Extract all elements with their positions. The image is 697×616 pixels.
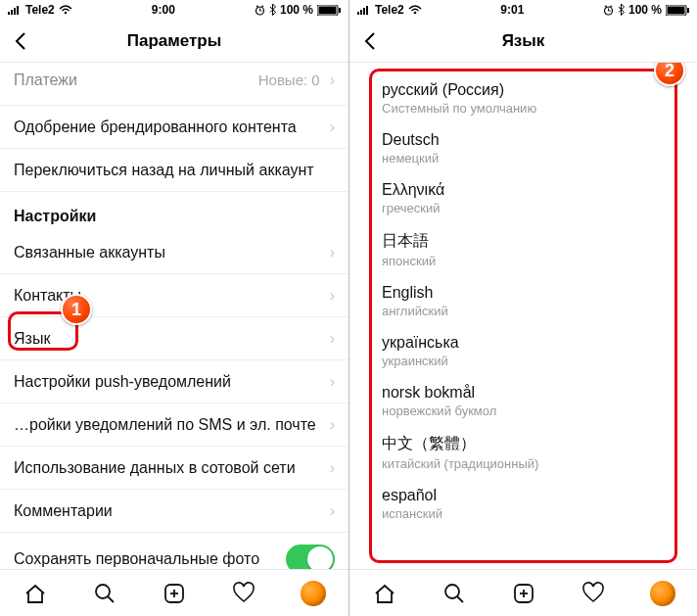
section-header: Настройки [0, 192, 348, 231]
tab-activity[interactable] [580, 580, 607, 607]
svg-rect-3 [17, 6, 19, 15]
tab-activity[interactable] [230, 580, 257, 607]
svg-rect-21 [366, 6, 368, 15]
lang-name: українська [382, 334, 665, 352]
svg-rect-20 [363, 8, 365, 15]
lang-sub: немецкий [382, 151, 665, 166]
row-sub: Новые: 0 [258, 71, 320, 88]
back-button[interactable] [6, 26, 35, 56]
status-bar: Tele2 9:00 100 % [0, 0, 348, 20]
svg-rect-19 [360, 10, 362, 15]
svg-rect-2 [14, 8, 16, 15]
row-label: Настройки push-уведомлений [14, 373, 326, 391]
settings-content: Платежи Новые: 0 › Одобрение брендирован… [0, 63, 348, 569]
tabbar [0, 569, 348, 616]
lang-sub: украинский [382, 354, 665, 368]
row-contacts[interactable]: Контакты › [0, 274, 348, 317]
chevron-right-icon: › [330, 71, 335, 89]
tabbar [349, 569, 697, 616]
svg-line-9 [261, 5, 263, 6]
chevron-right-icon: › [330, 502, 335, 520]
toggle-save-original[interactable] [286, 545, 335, 569]
language-option[interactable]: українськаукраинский [380, 328, 667, 378]
language-option[interactable]: norsk bokmålнорвежский букмол [380, 378, 667, 428]
svg-line-14 [108, 596, 114, 602]
alarm-icon [603, 5, 614, 16]
language-option[interactable]: Ελληνικάгреческий [380, 175, 667, 225]
chevron-right-icon: › [330, 118, 335, 136]
row-label: Связанные аккаунты [14, 244, 326, 261]
row-language[interactable]: Язык › [0, 317, 348, 360]
lang-name: русский (Россия) [382, 81, 665, 99]
svg-point-31 [445, 585, 459, 598]
svg-line-26 [605, 5, 607, 6]
back-button[interactable] [355, 26, 385, 56]
svg-rect-30 [687, 8, 689, 13]
lang-sub: испанский [382, 506, 665, 521]
row-cellular-data[interactable]: Использование данных в сотовой сети › [0, 447, 348, 490]
tab-search[interactable] [441, 580, 468, 607]
language-option[interactable]: 中文（繁體）китайский (традиционный) [380, 428, 667, 481]
lang-name: 日本語 [382, 231, 665, 252]
phone-right: Tele2 9:01 100 % Язык русский (Россия)Си… [348, 0, 697, 616]
row-switch-personal[interactable]: Переключиться назад на личный аккаунт [0, 149, 348, 192]
chevron-right-icon: › [330, 244, 335, 261]
battery-icon [317, 5, 341, 16]
lang-sub: греческий [382, 201, 665, 215]
svg-line-27 [610, 5, 612, 6]
tab-add[interactable] [510, 580, 537, 607]
tab-home[interactable] [22, 580, 49, 607]
wifi-icon [408, 5, 422, 15]
svg-point-4 [64, 12, 67, 15]
row-sms-email-notifications[interactable]: …ройки уведомлений по SMS и эл. почте › [0, 403, 348, 447]
tab-add[interactable] [161, 580, 188, 607]
row-payments[interactable]: Платежи Новые: 0 › [0, 63, 348, 106]
carrier-label: Tele2 [375, 3, 404, 17]
svg-line-8 [256, 5, 258, 6]
row-label: Язык [14, 330, 326, 348]
row-label: Сохранять первоначальные фото [14, 550, 286, 568]
bluetooth-icon [269, 4, 276, 16]
lang-sub: японский [382, 254, 665, 268]
battery-percent: 100 % [280, 3, 313, 17]
row-label: Контакты [14, 287, 326, 305]
lang-sub: Системный по умолчанию [382, 101, 665, 116]
language-option[interactable]: русский (Россия)Системный по умолчанию [380, 75, 667, 125]
battery-icon [666, 5, 689, 16]
chevron-right-icon: › [330, 287, 335, 305]
row-branded-content[interactable]: Одобрение брендированного контента › [0, 106, 348, 149]
svg-line-32 [457, 596, 463, 602]
language-option[interactable]: 日本語японский [380, 225, 667, 278]
svg-rect-11 [318, 6, 336, 14]
language-list: русский (Россия)Системный по умолчанию D… [369, 69, 677, 563]
language-option[interactable]: Englishанглийский [380, 278, 667, 328]
language-option[interactable]: españolиспанский [380, 481, 667, 531]
row-comments[interactable]: Комментарии › [0, 490, 348, 533]
phone-left: Tele2 9:00 100 % Параметры Платежи Новые… [0, 0, 348, 616]
tab-home[interactable] [371, 580, 398, 607]
lang-name: English [382, 284, 665, 302]
svg-point-13 [96, 585, 110, 598]
signal-icon [357, 5, 371, 15]
chevron-right-icon: › [330, 416, 335, 434]
lang-name: norsk bokmål [382, 384, 665, 402]
lang-sub: норвежский букмол [382, 403, 665, 418]
row-label: Одобрение брендированного контента [14, 118, 326, 136]
row-linked-accounts[interactable]: Связанные аккаунты › [0, 231, 348, 274]
nav-bar: Параметры [0, 20, 348, 63]
tab-profile[interactable] [649, 580, 676, 607]
tab-search[interactable] [91, 580, 118, 607]
row-push-notifications[interactable]: Настройки push-уведомлений › [0, 360, 348, 403]
tab-profile[interactable] [300, 580, 327, 607]
row-label: …ройки уведомлений по SMS и эл. почте [14, 416, 326, 434]
language-option[interactable]: Deutschнемецкий [380, 125, 667, 175]
alarm-icon [255, 5, 265, 16]
row-label: Комментарии [14, 502, 326, 520]
lang-name: español [382, 487, 665, 504]
row-label: Переключиться назад на личный аккаунт [14, 162, 335, 179]
profile-avatar-icon [650, 581, 675, 606]
chevron-right-icon: › [330, 373, 335, 391]
clock-label: 9:00 [152, 3, 175, 17]
lang-sub: китайский (традиционный) [382, 456, 665, 471]
battery-percent: 100 % [628, 3, 662, 17]
